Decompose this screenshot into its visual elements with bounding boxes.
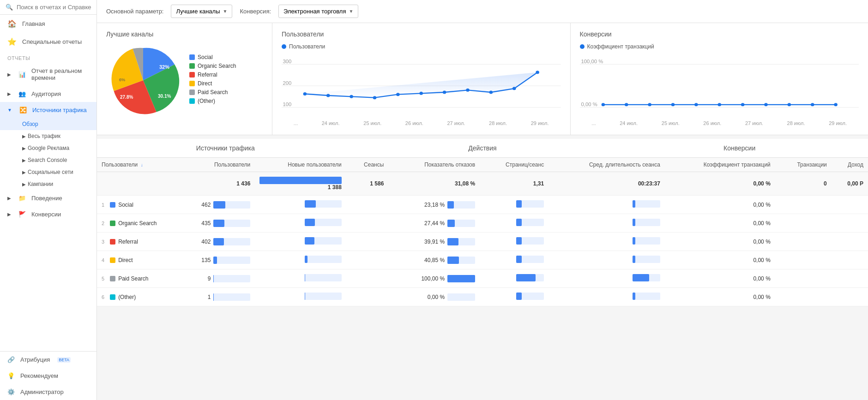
duration-cell — [549, 233, 665, 251]
primary-param-select[interactable]: Лучшие каналы ▼ — [171, 5, 232, 18]
channel-cell[interactable]: 5 Paid Search — [97, 269, 171, 288]
paid-color — [189, 90, 195, 95]
total-sessions: 1 586 — [346, 172, 389, 196]
channel-name[interactable]: Direct — [118, 257, 133, 263]
channel-cell[interactable]: 1 Social — [97, 196, 171, 214]
subnav-all-traffic[interactable]: ▶ Весь трафик — [0, 130, 96, 142]
sessions-cell — [346, 269, 389, 288]
revenue-cell — [832, 233, 868, 251]
charts-row: Лучшие каналы 32% 30.1% 27.8% 6% — [97, 23, 868, 135]
total-bounce: 31,08 % — [388, 172, 480, 196]
traffic-icon: 🔀 — [19, 107, 27, 113]
sessions-cell — [346, 214, 389, 233]
channel-cell[interactable]: 3 Referral — [97, 233, 171, 251]
svg-text:0,00 %: 0,00 % — [581, 102, 597, 107]
channel-name[interactable]: Referral — [118, 239, 138, 245]
channel-name[interactable]: Paid Search — [118, 275, 148, 282]
table-row: 4 Direct 135 40,85 % — [97, 251, 868, 269]
legend-social: Social — [189, 54, 236, 60]
sessions-cell — [346, 288, 389, 306]
conversion-select[interactable]: Электронная торговля ▼ — [278, 5, 358, 18]
section-conversions: Конверсии — [620, 144, 859, 152]
channel-name[interactable]: (Other) — [118, 294, 136, 300]
total-new-bar-fill — [259, 177, 342, 184]
sidebar: 🔍 🏠 Главная ⭐ Специальные отчеты ОТЧЕТЫ … — [0, 0, 97, 400]
transactions-cell — [775, 269, 832, 288]
overview-label: Обзор — [22, 121, 38, 127]
transactions-cell — [775, 288, 832, 306]
total-new-bar — [259, 177, 342, 184]
th-users[interactable]: Пользователи — [171, 158, 255, 172]
svg-point-16 — [419, 92, 423, 95]
pie-legend: Social Organic Search Referral Direct — [189, 54, 236, 107]
nav-item-traffic[interactable]: ▼ 🔀 Источники трафика — [0, 102, 96, 118]
svg-point-21 — [536, 71, 539, 74]
users-chart-legend: Пользователи — [282, 43, 561, 50]
search-input[interactable] — [17, 4, 91, 11]
total-duration: 00:23:37 — [549, 172, 665, 196]
channel-cell[interactable]: 2 Organic Search — [97, 214, 171, 233]
x-label-3: 26 июл. — [405, 120, 423, 126]
subnav-campaigns[interactable]: ▶ Кампании — [0, 178, 96, 190]
users-svg: 300 200 100 — [282, 54, 561, 118]
subnav-overview[interactable]: Обзор — [0, 118, 96, 130]
nav-item-attribution[interactable]: 🔗 Атрибуция BETA — [0, 352, 96, 368]
table-row: 1 Social 462 23,18 % — [97, 196, 868, 214]
attribution-label: Атрибуция — [20, 356, 50, 363]
conv-x-labels: ... 24 июл. 25 июл. 26 июл. 27 июл. 28 и… — [580, 120, 859, 126]
th-pages[interactable]: Страниц/сеанс — [480, 158, 549, 172]
social-legend-label: Social — [198, 54, 213, 60]
legend-other: (Other) — [189, 98, 236, 104]
svg-point-29 — [671, 103, 675, 106]
nav-item-home[interactable]: 🏠 Главная — [0, 15, 96, 33]
svg-point-28 — [648, 103, 651, 106]
direct-color — [189, 81, 195, 86]
search-bar[interactable]: 🔍 — [0, 0, 96, 15]
nav-item-audience[interactable]: ▶ 👥 Аудитория — [0, 86, 96, 102]
referral-color — [189, 72, 195, 78]
conv-rate-cell: 0,00 % — [665, 214, 775, 233]
th-transactions[interactable]: Транзакции — [775, 158, 832, 172]
total-new-users: 1 388 — [255, 172, 346, 196]
paid-legend-label: Paid Search — [198, 89, 228, 96]
th-revenue[interactable]: Доход — [832, 158, 868, 172]
conv-x-6: 29 июл. — [829, 120, 847, 126]
nav-item-realtime[interactable]: ▶ 📊 Отчет в реальном времени — [0, 63, 96, 86]
search-console-label: Search Console — [28, 157, 67, 163]
users-cell: 135 — [171, 251, 255, 269]
channel-name[interactable]: Organic Search — [118, 220, 157, 227]
arrow-social: ▶ — [22, 170, 26, 175]
nav-label-home: Главная — [22, 20, 45, 27]
nav-item-conversions[interactable]: ▶ 🚩 Конверсии — [0, 206, 96, 222]
users-x-labels: ... 24 июл. 25 июл. 26 июл. 27 июл. 28 и… — [282, 120, 561, 126]
users-chart-box: Пользователи Пользователи — [272, 23, 571, 135]
th-duration[interactable]: Сред. длительность сеанса — [549, 158, 665, 172]
total-label — [97, 172, 171, 196]
svg-point-31 — [717, 103, 721, 106]
channel-name[interactable]: Social — [118, 202, 133, 208]
th-conv-rate[interactable]: Коэффициент транзакций — [665, 158, 775, 172]
beta-badge: BETA — [57, 357, 71, 363]
th-channel[interactable]: Пользователи ↓ — [97, 158, 171, 172]
campaigns-label: Кампании — [28, 181, 53, 187]
pie-chart-box: Лучшие каналы 32% 30.1% 27.8% 6% — [97, 23, 272, 135]
sessions-cell — [346, 251, 389, 269]
nav-item-behavior[interactable]: ▶ 📁 Поведение — [0, 190, 96, 206]
channel-cell[interactable]: 6 (Other) — [97, 288, 171, 306]
chevron-down-icon: ▼ — [223, 9, 228, 14]
channel-cell[interactable]: 4 Direct — [97, 251, 171, 269]
nav-label-audience: Аудитория — [31, 90, 61, 97]
svg-point-36 — [834, 103, 838, 106]
conversion-label: Конверсия: — [240, 8, 271, 15]
subnav-google-ads[interactable]: ▶ Google Реклама — [0, 142, 96, 154]
subnav-search-console[interactable]: ▶ Search Console — [0, 154, 96, 166]
nav-item-special[interactable]: ⭐ Специальные отчеты — [0, 33, 96, 51]
subnav-social[interactable]: ▶ Социальные сети — [0, 166, 96, 178]
nav-item-admin[interactable]: ⚙️ Администратор — [0, 384, 96, 400]
conv-svg: 100,00 % 0,00 % — [580, 54, 859, 118]
th-new-users[interactable]: Новые пользователи — [255, 158, 346, 172]
topbar: Основной параметр: Лучшие каналы ▼ Конве… — [97, 0, 868, 23]
nav-item-recommend[interactable]: 💡 Рекомендуем — [0, 368, 96, 384]
th-sessions[interactable]: Сеансы — [346, 158, 389, 172]
th-bounce[interactable]: Показатель отказов — [388, 158, 480, 172]
